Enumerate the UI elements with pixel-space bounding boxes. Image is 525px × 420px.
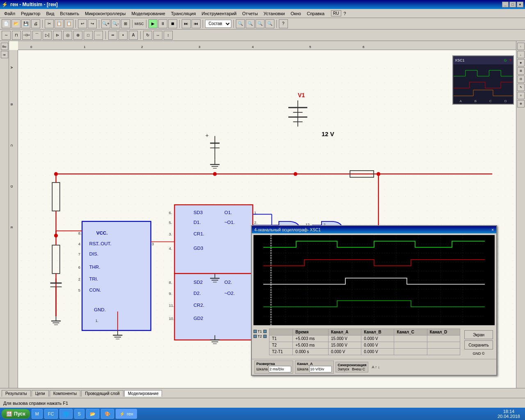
comp-misc[interactable]: ⋯ bbox=[94, 31, 103, 40]
taskbar-app-browser[interactable]: 🌐 bbox=[59, 409, 73, 419]
cut-btn[interactable]: ✂ bbox=[45, 19, 54, 28]
comp-transistor[interactable]: ⊳ bbox=[53, 31, 62, 40]
zoom-in-btn[interactable]: 🔍+ bbox=[101, 19, 110, 28]
comp-source[interactable]: ◎ bbox=[63, 31, 72, 40]
ruler-mark-0: 0 bbox=[30, 45, 32, 49]
screen-btn[interactable]: Экран bbox=[464, 330, 493, 339]
menu-insert[interactable]: Вставить bbox=[57, 9, 82, 18]
step-btn[interactable]: ⏭ bbox=[182, 19, 191, 28]
place-junction[interactable]: • bbox=[119, 31, 128, 40]
place-wire[interactable]: ━ bbox=[108, 31, 117, 40]
rs-btn1[interactable]: ↑ bbox=[517, 43, 525, 50]
redo-btn[interactable]: ↪ bbox=[88, 19, 97, 28]
menu-edit[interactable]: Редактор bbox=[18, 9, 43, 18]
menu-help[interactable]: Справка bbox=[304, 9, 327, 18]
multisim-label: ген bbox=[127, 411, 133, 416]
rs-btn5[interactable]: ⊟ bbox=[517, 75, 525, 83]
kanal-a-input[interactable] bbox=[309, 366, 332, 372]
taskbar-app-paint[interactable]: 🎨 bbox=[101, 409, 114, 419]
sim-play-btn[interactable]: ▶ bbox=[148, 19, 158, 28]
comp-inductor[interactable]: ⌒ bbox=[32, 31, 41, 40]
zoom-100-btn[interactable]: 🔍 bbox=[236, 19, 245, 28]
ruler-mark-e: E bbox=[10, 226, 14, 228]
menu-view[interactable]: Вид bbox=[43, 9, 57, 18]
comp-ic[interactable]: □ bbox=[84, 31, 93, 40]
zoom-fit2-btn[interactable]: 🔍 bbox=[246, 19, 255, 28]
menu-tools[interactable]: Инструментарий bbox=[199, 9, 239, 18]
rs-btn7[interactable]: ⌗ bbox=[517, 92, 525, 99]
maximize-button[interactable]: □ bbox=[509, 2, 516, 7]
svg-text:5: 5 bbox=[78, 288, 80, 292]
razvyortka-input[interactable] bbox=[269, 366, 291, 372]
v1-label: V1 bbox=[298, 92, 305, 98]
taskbar-app-m[interactable]: M bbox=[32, 409, 43, 419]
taskbar-app-skype[interactable]: S bbox=[74, 409, 84, 419]
menu-mcu[interactable]: Микроконтроллеры bbox=[82, 9, 128, 18]
tab-components[interactable]: Компоненты bbox=[50, 390, 81, 397]
t1-right-btn[interactable] bbox=[263, 330, 267, 333]
flip-v-btn[interactable]: ↕ bbox=[164, 31, 173, 40]
undo-btn[interactable]: ↩ bbox=[78, 19, 87, 28]
rs-btn3[interactable]: ◈ bbox=[517, 59, 525, 66]
back-btn[interactable]: ⏮ bbox=[192, 19, 201, 28]
comp-wire[interactable]: ∼ bbox=[2, 31, 11, 40]
save-btn[interactable]: 💾 bbox=[21, 19, 30, 28]
comp-gate[interactable]: ⊕ bbox=[73, 31, 82, 40]
paste-btn[interactable]: 📋 bbox=[64, 19, 73, 28]
comp-capacitor[interactable]: ⊣⊢ bbox=[22, 31, 31, 40]
menu-simulate[interactable]: Моделирование bbox=[129, 9, 167, 18]
comp-resistor[interactable]: ⊓ bbox=[12, 31, 21, 40]
menu-transfer[interactable]: Трансляция bbox=[169, 9, 199, 18]
place-label[interactable]: A bbox=[129, 31, 138, 40]
ch-d-label: D bbox=[504, 99, 507, 103]
menu-options[interactable]: Установки bbox=[261, 9, 288, 18]
col-header-d: Канал_D bbox=[427, 329, 460, 336]
tab-conductive[interactable]: Проводящий слой bbox=[81, 390, 123, 397]
zoom-out-btn[interactable]: 🔍- bbox=[111, 19, 120, 28]
start-button[interactable]: 🪟 Пуск bbox=[2, 409, 30, 419]
osc-close-btn[interactable]: × bbox=[491, 228, 494, 232]
svg-text:3: 3 bbox=[152, 242, 154, 246]
language-badge[interactable]: RU bbox=[331, 10, 341, 16]
minimize-button[interactable]: _ bbox=[502, 2, 509, 7]
tab-chains[interactable]: Цепи bbox=[32, 390, 49, 397]
close-button[interactable]: × bbox=[517, 2, 523, 7]
copy-btn[interactable]: 📋 bbox=[55, 19, 64, 28]
fit-btn[interactable]: ⊞ bbox=[121, 19, 130, 28]
oscilloscope-widget[interactable]: XSC1 G T A B C D bbox=[452, 55, 514, 105]
rs-btn6[interactable]: ✎ bbox=[517, 84, 525, 91]
sep7 bbox=[203, 20, 203, 28]
sim-pause-btn[interactable]: ⏸ bbox=[158, 19, 167, 28]
rs-btn2[interactable]: ↓ bbox=[517, 51, 525, 58]
sim-stop-btn[interactable]: ⏹ bbox=[168, 19, 177, 28]
rs-btn8[interactable]: ⊕ bbox=[517, 100, 525, 107]
t2-right-btn[interactable] bbox=[263, 335, 267, 338]
t1-left-btn[interactable] bbox=[253, 330, 257, 333]
rotate-btn[interactable]: ↻ bbox=[143, 31, 152, 40]
taskbar-multisim[interactable]: ⚡ ген bbox=[116, 409, 137, 419]
zoom-region-btn[interactable]: 🔍 bbox=[265, 19, 274, 28]
flip-h-btn[interactable]: ↔ bbox=[153, 31, 162, 40]
help2-btn[interactable]: ? bbox=[279, 19, 288, 28]
save-btn[interactable]: Сохранить bbox=[464, 340, 493, 349]
taskbar-app-files[interactable]: 📂 bbox=[86, 409, 99, 419]
menu-window[interactable]: Окно bbox=[288, 9, 304, 18]
comp-diode[interactable]: ▷| bbox=[43, 31, 52, 40]
menu-reports[interactable]: Отчеты bbox=[240, 9, 260, 18]
print-btn[interactable]: 🖨 bbox=[31, 19, 40, 28]
rs-btn4[interactable]: ⊞ bbox=[517, 67, 525, 75]
tab-results[interactable]: Результаты bbox=[2, 390, 31, 397]
sinkhro-icon[interactable]: A ↑ ↓ bbox=[372, 365, 380, 369]
zoom-sel-btn[interactable]: 🔍 bbox=[256, 19, 265, 28]
help-icon[interactable]: ? bbox=[344, 11, 346, 16]
compose-select[interactable]: Состав bbox=[205, 20, 231, 28]
ге-btn[interactable]: ге bbox=[1, 51, 8, 58]
tab-simulation[interactable]: Моделирование bbox=[124, 390, 162, 397]
sel-btn[interactable]: Вы bbox=[1, 43, 8, 50]
taskbar-app-fc[interactable]: FC bbox=[44, 409, 58, 419]
t2-left-btn[interactable] bbox=[253, 335, 257, 338]
open-btn[interactable]: 📂 bbox=[11, 19, 21, 28]
new-btn[interactable]: 📄 bbox=[2, 19, 11, 28]
svg-text:10.: 10. bbox=[169, 317, 174, 321]
menu-file[interactable]: Файл bbox=[2, 9, 18, 18]
